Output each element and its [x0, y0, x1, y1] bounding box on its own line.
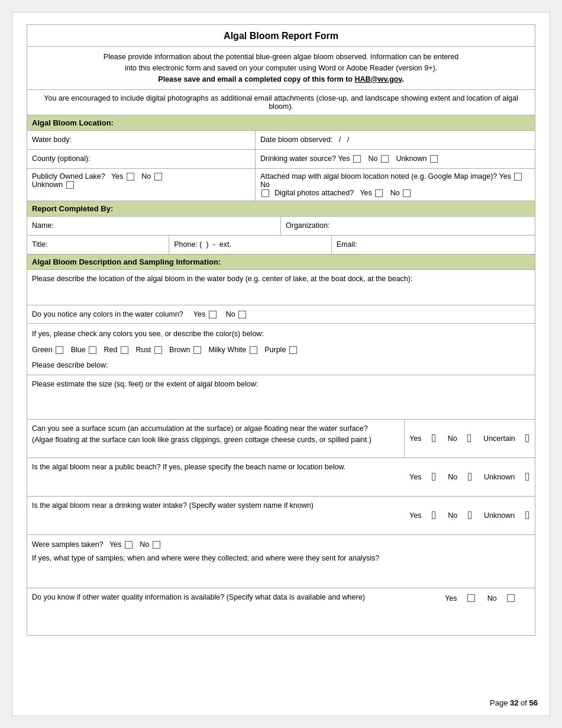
surface-uncertain-label: Uncertain: [483, 434, 515, 443]
pub-no-checkbox[interactable]: [154, 173, 162, 181]
no-label-drinking: No: [368, 154, 377, 163]
surface-scum-label: Can you see a surface scum (an accumulat…: [32, 424, 372, 444]
map-no-checkbox2[interactable]: [261, 189, 269, 197]
drinking-intake-answer-cell: Yes No Unknown: [405, 497, 535, 534]
no-label-photos: No: [390, 189, 400, 197]
colors-question-label: Do you notice any colors in the water co…: [32, 310, 183, 318]
color-brown-checkbox[interactable]: [193, 346, 201, 354]
color-rust-checkbox[interactable]: [154, 346, 162, 354]
title-phone-email-row: Title: Phone: ( ) - ext. Email:: [27, 236, 535, 255]
drinking-no-checkbox[interactable]: [381, 155, 389, 163]
section-location-text: Algal Bloom Location:: [32, 118, 114, 127]
section-description-text: Algal Bloom Description and Sampling Inf…: [32, 257, 221, 266]
samples-yes-checkbox[interactable]: [125, 541, 133, 549]
surface-scum-question-cell: Can you see a surface scum (an accumulat…: [27, 420, 405, 458]
beach-unknown-checkbox[interactable]: [525, 473, 529, 481]
intake-no-label: No: [448, 511, 457, 520]
color-purple: Purple: [264, 346, 286, 354]
color-rust: Rust: [135, 346, 151, 354]
colors-no-label: No: [226, 310, 235, 318]
public-beach-answer-cell: Yes No Unknown: [405, 458, 535, 496]
public-beach-unknown-label: Unknown: [484, 473, 515, 481]
unknown-label-pub: Unknown: [32, 181, 63, 189]
color-blue: Blue: [71, 346, 86, 354]
color-purple-checkbox[interactable]: [289, 346, 297, 354]
samples-yes-label: Yes: [109, 540, 121, 549]
size-estimate-row: Please estimate the size (sq. feet) or t…: [27, 375, 535, 420]
page-current: 32: [510, 698, 518, 707]
colors-check-label: If yes, please check any colors you see,…: [32, 327, 530, 341]
phone-dash: -: [213, 240, 215, 249]
colors-yes-label: Yes: [193, 310, 205, 318]
please-describe-label: Please describe below:: [32, 359, 530, 372]
map-yes-checkbox[interactable]: [514, 173, 522, 181]
pub-yes-checkbox[interactable]: [127, 173, 134, 181]
color-milky-white: Milky White: [208, 346, 246, 354]
no-label-map: No: [260, 181, 270, 189]
surface-yes-checkbox[interactable]: [432, 434, 435, 442]
surface-uncertain-checkbox[interactable]: [525, 434, 529, 442]
water-quality-yes-label: Yes: [445, 594, 457, 603]
color-green-checkbox[interactable]: [56, 346, 63, 354]
public-beach-yes-label: Yes: [409, 473, 421, 481]
color-blue-checkbox[interactable]: [89, 346, 96, 354]
water-quality-question-cell: Do you know if other water quality infor…: [27, 588, 440, 635]
color-red: Red: [104, 346, 118, 354]
name-label: Name:: [32, 221, 54, 230]
intro-bold-text: Please save and email a completed copy o…: [158, 75, 354, 83]
intake-unknown-checkbox[interactable]: [525, 511, 529, 519]
pub-unknown-checkbox[interactable]: [66, 181, 74, 189]
surface-scum-yes-label: Yes: [409, 434, 421, 443]
page-number: Page 32 of 56: [490, 698, 538, 707]
drinking-intake-label: Is the algal bloom near a drinking water…: [32, 501, 314, 510]
name-org-row: Name: Organization:: [27, 217, 535, 236]
wq-no-checkbox[interactable]: [507, 594, 515, 602]
email-label: Email:: [337, 240, 357, 249]
section-completed-by-text: Report Completed By:: [32, 204, 113, 213]
beach-no-checkbox[interactable]: [468, 473, 471, 481]
beach-yes-checkbox[interactable]: [432, 473, 435, 481]
intro-email[interactable]: HAB@wv.gov: [354, 75, 402, 83]
public-beach-row: Is the algal bloom near a public beach? …: [27, 458, 535, 497]
section-description-header: Algal Bloom Description and Sampling Inf…: [27, 255, 535, 270]
surface-scum-no-label: No: [448, 434, 457, 443]
intro-line2: into this electronic form and saved on y…: [39, 63, 523, 74]
intake-no-checkbox[interactable]: [468, 511, 471, 519]
intro-email-suffix: .: [402, 75, 403, 83]
samples-taken-label: Were samples taken?: [32, 540, 104, 549]
color-red-checkbox[interactable]: [121, 346, 128, 354]
county-label: County (optional):: [32, 154, 91, 163]
intake-yes-checkbox[interactable]: [432, 511, 435, 519]
water-body-cell: Water body:: [27, 131, 256, 149]
surface-no-checkbox[interactable]: [467, 434, 471, 442]
attached-map-label: Attached map with algal bloom location n…: [260, 172, 511, 181]
photos-yes-checkbox[interactable]: [375, 189, 383, 197]
color-brown: Brown: [169, 346, 190, 354]
photos-no-checkbox[interactable]: [403, 189, 411, 197]
attached-map-cell: Attached map with algal bloom location n…: [256, 169, 535, 201]
samples-detail-label: If yes, what type of samples; when and w…: [32, 552, 530, 564]
drinking-yes-checkbox[interactable]: [353, 155, 361, 163]
surface-scum-answer-cell: Yes No Uncertain: [405, 420, 535, 458]
yes-label-photos: Yes: [360, 189, 372, 197]
samples-row: Were samples taken? Yes No If yes, what …: [27, 535, 535, 588]
colors-no-checkbox[interactable]: [238, 311, 246, 318]
intro-bold-line: Please save and email a completed copy o…: [39, 74, 523, 85]
yes-label-pub: Yes: [111, 172, 123, 181]
phone-paren: ): [206, 240, 208, 249]
org-cell: Organization:: [281, 217, 535, 235]
drinking-water-label: Drinking water source? Yes: [260, 154, 350, 163]
wq-yes-checkbox[interactable]: [467, 594, 475, 602]
page: Algal Bloom Report Form Please provide i…: [12, 12, 550, 716]
phone-label: Phone: (: [174, 240, 202, 249]
samples-taken-line: Were samples taken? Yes No: [32, 539, 530, 550]
page-total: 56: [529, 698, 538, 707]
date-separator: / /: [339, 136, 349, 144]
color-checkboxes: Green Blue Red Rust Brown Milky White Pu…: [32, 343, 530, 357]
drinking-water-cell: Drinking water source? Yes No Unknown: [256, 150, 535, 168]
colors-yes-checkbox[interactable]: [209, 311, 217, 318]
describe-location-label: Please describe the location of the alga…: [32, 275, 412, 283]
color-milky-checkbox[interactable]: [250, 346, 257, 354]
drinking-unknown-checkbox[interactable]: [430, 155, 438, 163]
samples-no-checkbox[interactable]: [153, 541, 160, 549]
